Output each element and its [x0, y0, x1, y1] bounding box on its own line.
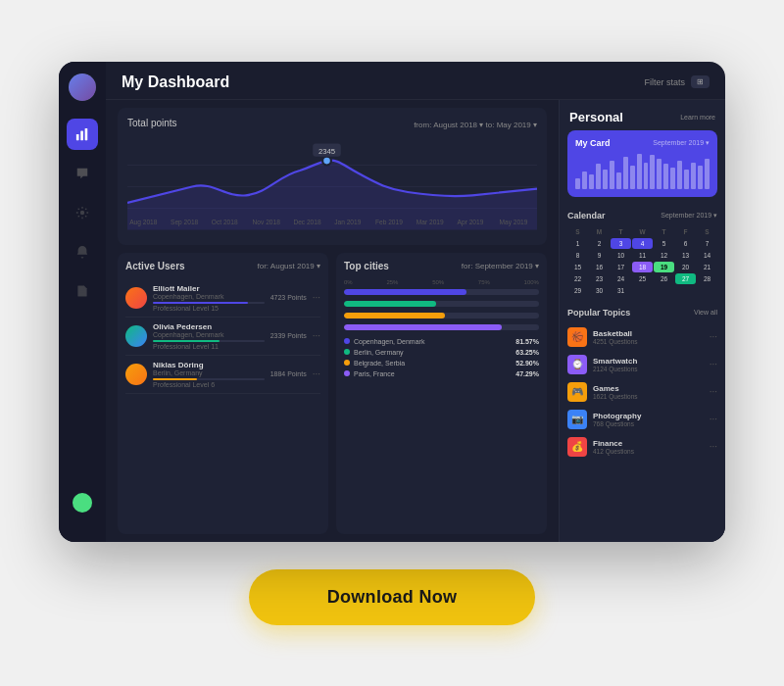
cal-day[interactable]: 28: [697, 273, 717, 284]
cal-day[interactable]: 18: [632, 262, 653, 272]
cal-day[interactable]: 16: [589, 262, 610, 272]
cal-day[interactable]: 12: [654, 250, 674, 261]
sidebar-item-messages[interactable]: [67, 158, 98, 189]
cal-day[interactable]: 9: [589, 250, 610, 261]
cal-day[interactable]: 5: [654, 238, 674, 249]
user-level-bar: [153, 340, 265, 342]
sidebar-item-notifications[interactable]: [67, 236, 98, 268]
svg-text:Nov 2018: Nov 2018: [253, 219, 281, 225]
cal-day[interactable]: 3: [611, 238, 631, 249]
cal-header: M: [589, 226, 610, 237]
card-bar: [663, 164, 668, 188]
bottom-panels: Active Users for: August 2019 ▾ Elliott …: [118, 253, 547, 534]
topic-count: 1621 Questions: [593, 393, 704, 400]
cal-day[interactable]: 11: [632, 250, 653, 261]
calendar-title: Calendar: [567, 211, 606, 220]
filter-button[interactable]: ⊞: [691, 75, 710, 88]
cal-day[interactable]: 4: [632, 238, 653, 249]
user-location: Copenhagen, Denmark: [153, 293, 265, 300]
city-name: Copenhagen, Denmark: [354, 338, 512, 345]
cal-day[interactable]: 21: [697, 262, 717, 272]
cal-day[interactable]: 30: [589, 285, 610, 296]
topic-icon: 🏀: [567, 327, 587, 347]
cal-day[interactable]: 26: [654, 273, 674, 284]
download-button[interactable]: Download Now: [249, 569, 536, 625]
svg-text:Dec 2018: Dec 2018: [293, 219, 321, 225]
card-bar: [630, 166, 635, 188]
learn-more-link[interactable]: Learn more: [680, 114, 715, 121]
list-item: 🎮 Games 1621 Questions ···: [567, 378, 717, 406]
cal-day[interactable]: 13: [675, 250, 696, 261]
cal-day[interactable]: 24: [611, 273, 631, 284]
card-bar: [644, 163, 649, 189]
cal-day[interactable]: 25: [632, 273, 653, 284]
cal-day[interactable]: 15: [567, 262, 588, 272]
my-card-section: My Card September 2019 ▾: [567, 130, 717, 197]
topic-name: Basketball: [593, 329, 704, 338]
cal-day[interactable]: 23: [589, 273, 610, 284]
topic-name: Photography: [593, 412, 704, 420]
card-bar: [596, 164, 601, 188]
cal-header: F: [675, 226, 696, 237]
active-users-title: Active Users: [125, 261, 185, 271]
topic-options-button[interactable]: ···: [710, 359, 717, 369]
user-name: Niklas Döring: [153, 361, 265, 369]
city-bar-item: [344, 324, 539, 330]
cal-day[interactable]: 31: [611, 285, 631, 296]
dashboard-header: My Dashboard Filter stats ⊞: [106, 62, 725, 100]
sidebar-item-docs[interactable]: [67, 275, 98, 307]
cal-today[interactable]: 19: [654, 262, 674, 272]
cal-day[interactable]: 2: [589, 238, 610, 249]
svg-text:Feb 2019: Feb 2019: [375, 219, 403, 225]
topic-options-button[interactable]: ···: [710, 386, 717, 397]
city-bar-item: [344, 301, 539, 307]
user-options-button[interactable]: ···: [313, 368, 320, 379]
cal-day[interactable]: 8: [567, 250, 588, 261]
cal-day[interactable]: 1: [567, 238, 588, 249]
card-bar: [610, 161, 614, 189]
user-options-button[interactable]: ···: [313, 292, 320, 303]
city-bar-item: [344, 289, 539, 295]
table-row: Paris, France 47.29%: [344, 368, 539, 379]
cal-day[interactable]: 10: [611, 250, 631, 261]
svg-text:Oct 2018: Oct 2018: [212, 219, 238, 225]
card-bar: [603, 170, 608, 189]
card-bar: [582, 172, 587, 189]
user-options-button[interactable]: ···: [313, 330, 320, 341]
cal-day[interactable]: 14: [697, 250, 717, 261]
city-dot: [344, 360, 350, 366]
svg-text:Sep 2018: Sep 2018: [171, 219, 199, 226]
city-pct: 63.25%: [515, 349, 539, 356]
chart-title: Total points: [127, 118, 177, 128]
card-bar: [589, 174, 594, 188]
cal-day[interactable]: 22: [567, 273, 588, 284]
cal-day[interactable]: 7: [697, 238, 717, 249]
user-points: 1884 Points: [270, 370, 307, 377]
view-all-link[interactable]: View all: [694, 309, 717, 316]
cal-header: T: [654, 226, 674, 237]
card-bar: [637, 154, 642, 189]
topic-options-button[interactable]: ···: [710, 414, 717, 424]
card-bar: [677, 161, 682, 189]
topic-name: Finance: [593, 439, 704, 448]
avatar: [69, 74, 96, 101]
cal-day[interactable]: 27: [675, 273, 696, 284]
cal-day[interactable]: 17: [611, 262, 631, 272]
filter-stats-label: Filter stats: [644, 77, 685, 87]
city-pct: 52.90%: [515, 360, 539, 367]
my-card-title: My Card: [575, 138, 611, 148]
cal-day[interactable]: 29: [567, 285, 588, 296]
topic-options-button[interactable]: ···: [710, 331, 717, 342]
card-bar: [616, 172, 621, 188]
topic-name: Games: [593, 384, 704, 393]
topic-icon: 📷: [567, 410, 587, 429]
sidebar-item-settings[interactable]: [67, 197, 98, 228]
avatar: [125, 287, 147, 309]
cal-day[interactable]: 20: [675, 262, 696, 272]
cal-day[interactable]: 6: [675, 238, 696, 249]
top-cities-panel: Top cities for: September 2019 ▾ 0%25%50…: [336, 253, 547, 534]
filter-stats: Filter stats ⊞: [644, 75, 710, 88]
topic-options-button[interactable]: ···: [710, 441, 717, 452]
sidebar-item-charts[interactable]: [67, 119, 98, 150]
city-name: Belgrade, Serbia: [354, 360, 512, 367]
